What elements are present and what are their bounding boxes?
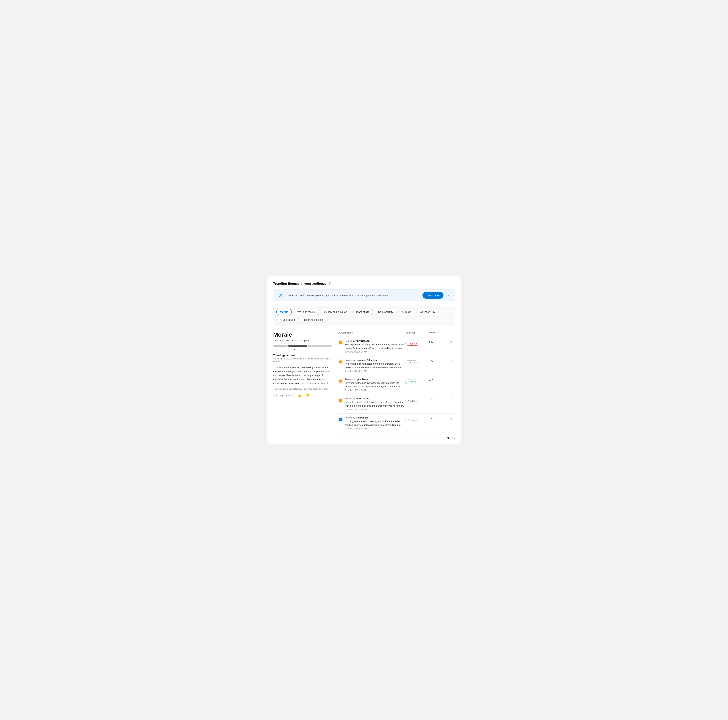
sentiment-bar	[273, 345, 332, 347]
themes-row: MoraleYear end resultsSupply chain issue…	[273, 306, 455, 326]
views-count-0: 589	[429, 341, 433, 343]
sentiment-badge-0: Negative	[405, 341, 419, 345]
conv-text-2[interactable]: Love seeing the positive vibes spreading…	[345, 381, 405, 388]
bar-positive	[308, 345, 332, 347]
conv-body-3: Posted by Astrid Wong Lately, I've felt …	[345, 397, 405, 410]
conv-body-4: Posted by Tim Deboer Noticing some tensi…	[345, 416, 405, 430]
col-views-header: Views ↓	[429, 331, 448, 334]
page-title: Trending themes in your audience	[273, 282, 327, 286]
sentiment-badge-4: Neutral	[405, 418, 418, 422]
trend-chart-icon-4[interactable]: ↗	[450, 417, 452, 420]
conversations-count: 15 conversations	[273, 339, 291, 342]
conv-left-2: 🟧 Posted by Lydia Bauer Love seeing the …	[338, 378, 405, 391]
info-icon[interactable]: i	[328, 282, 331, 286]
morale-meta: 15 conversations • 275 participants	[273, 339, 332, 342]
theme-tag-hacking-incident[interactable]: Hacking incident	[301, 317, 327, 323]
conv-sentiment-3: Neutral	[405, 397, 429, 403]
conv-author-3: Posted by Astrid Wong	[345, 397, 405, 400]
conv-sentiment-0: Negative	[405, 340, 429, 345]
sentiment-badge-1: Neutral	[405, 360, 418, 365]
conv-icon-1: 🟧	[338, 359, 343, 364]
next-label: Next	[447, 437, 453, 440]
next-chevron-icon: ›	[454, 436, 455, 440]
theme-tag-data-security[interactable]: Data security	[375, 309, 397, 315]
conv-trend-action-3: ↗	[448, 397, 455, 401]
left-panel: Morale 15 conversations • 275 participan…	[273, 331, 332, 440]
participants-count: 275 participants	[293, 339, 310, 342]
table-row: 🟦 Posted by Tim Deboer Noticing some ten…	[338, 414, 455, 433]
trend-chart-icon-0[interactable]: ↗	[450, 341, 452, 343]
conv-sentiment-2: Positive	[405, 378, 429, 384]
theme-tag-year-end[interactable]: Year end results	[294, 309, 319, 315]
conv-trend-action-4: ↗	[448, 416, 455, 420]
main-content: Morale 15 conversations • 275 participan…	[273, 331, 455, 440]
conv-views-4: 352	[429, 416, 448, 420]
trend-chart-icon-1[interactable]: ↗	[450, 360, 452, 362]
morale-description: Your audience is sharing their feelings …	[273, 365, 332, 385]
col-sentiment-header: Sentiment	[405, 331, 429, 334]
conv-body-1: Posted by Lawrence Gilbertson Feeling a …	[345, 359, 405, 372]
thumbs-up-button[interactable]: 👍	[297, 393, 302, 398]
trend-chart-icon-2[interactable]: ↗	[450, 379, 452, 382]
conv-icon-4: 🟦	[338, 417, 343, 422]
theme-tag-team-offsite[interactable]: Team offsite	[352, 309, 373, 315]
right-panel: Conversations Sentiment Views ↓ 🟧 Posted…	[338, 331, 455, 440]
table-body: 🟧 Posted by Amy Nguyen Feeling a bit dow…	[338, 337, 455, 433]
conv-views-3: 376	[429, 397, 448, 401]
conv-icon-2: 🟧	[338, 378, 343, 384]
theme-tag-ai-job-impact[interactable]: AI Job Impact	[276, 317, 299, 323]
conv-icon-3: 🟧	[338, 397, 343, 403]
ai-banner-text: Themes and sentiment are powered by AI. …	[286, 294, 420, 297]
conv-author-0: Posted by Amy Nguyen	[345, 340, 405, 342]
conv-date-0: June 14, 2023, 9:34 AM	[345, 351, 405, 353]
theme-tag-morale[interactable]: Morale	[276, 309, 292, 315]
conv-text-4[interactable]: Noticing some tension brewing within the…	[345, 420, 405, 427]
bar-arrow: ▲	[293, 348, 332, 351]
conv-date-3: June 14, 2023, 9:34 AM	[345, 408, 405, 410]
conv-views-0: 589	[429, 340, 448, 343]
sentiment-badge-2: Positive	[405, 379, 418, 384]
ai-star-icon: ✦	[275, 394, 278, 397]
table-row: 🟧 Posted by Lawrence Gilbertson Feeling …	[338, 356, 455, 375]
theme-tag-ai-bugs[interactable]: AI Bugs	[398, 309, 414, 315]
bar-negative	[273, 345, 288, 347]
conv-text-1[interactable]: Feeling a bit disconnected from the team…	[345, 362, 405, 369]
sentiment-badge-3: Neutral	[405, 399, 418, 403]
conv-text-3[interactable]: Lately, I've felt frustrated with the la…	[345, 401, 405, 408]
theme-tag-supply-chain[interactable]: Supply chain issues	[321, 309, 350, 315]
thumbs-down-button[interactable]: 👎	[305, 393, 310, 398]
conv-left-0: 🟧 Posted by Amy Nguyen Feeling a bit dow…	[338, 340, 405, 353]
svg-point-1	[280, 294, 280, 295]
main-container: Trending themes in your audience i Theme…	[267, 276, 461, 444]
conv-body-0: Posted by Amy Nguyen Feeling a bit down …	[345, 340, 405, 353]
ai-generated-text: AI-generated	[279, 394, 291, 397]
conv-trend-action-0: ↗	[448, 340, 455, 343]
sort-down-icon[interactable]: ↓	[436, 331, 437, 334]
bar-neutral	[288, 345, 307, 347]
views-count-3: 376	[429, 398, 433, 401]
next-button[interactable]: Next ›	[447, 436, 455, 440]
views-count-1: 477	[429, 360, 433, 362]
trend-chart-icon-3[interactable]: ↗	[450, 398, 452, 401]
conv-text-0[interactable]: Feeling a bit down lately about the team…	[345, 343, 405, 350]
conv-left-4: 🟦 Posted by Tim Deboer Noticing some ten…	[338, 416, 405, 430]
theme-tag-wellness-day[interactable]: Wellness Day	[416, 309, 439, 315]
close-banner-button[interactable]: ×	[446, 293, 451, 298]
views-count-4: 352	[429, 417, 433, 420]
pagination-row: Next ›	[338, 433, 455, 440]
conv-date-1: June 14, 2023, 9:34 AM	[345, 370, 405, 372]
table-row: 🟧 Posted by Lydia Bauer Love seeing the …	[338, 375, 455, 394]
conv-trend-action-1: ↗	[448, 359, 455, 362]
views-count-2: 413	[429, 379, 433, 382]
conv-left-1: 🟧 Posted by Lawrence Gilbertson Feeling …	[338, 359, 405, 372]
ai-banner-icon	[277, 292, 284, 299]
trending-label: Trending neutral	[273, 354, 332, 357]
ai-generated-label: ✦ AI-generated	[273, 393, 294, 398]
conv-author-4: Posted by Tim Deboer	[345, 416, 405, 419]
conv-author-1: Posted by Lawrence Gilbertson	[345, 359, 405, 361]
conv-trend-action-2: ↗	[448, 378, 455, 382]
ai-banner: Themes and sentiment are powered by AI. …	[273, 289, 455, 301]
learn-more-button[interactable]: Learn more	[422, 292, 444, 299]
col-actions-header	[448, 331, 455, 334]
conv-views-1: 477	[429, 359, 448, 362]
